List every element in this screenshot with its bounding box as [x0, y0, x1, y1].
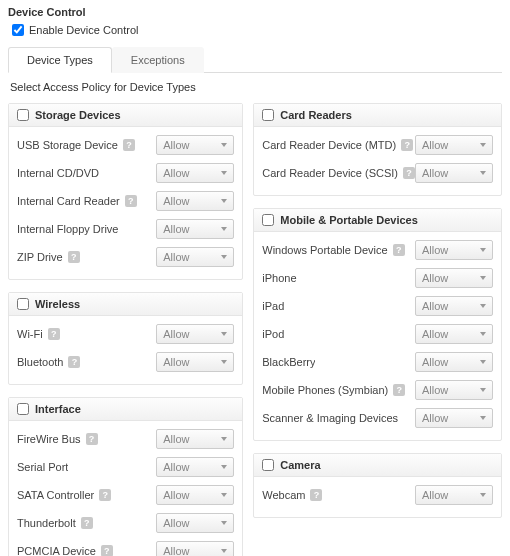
policy-dropdown-ipod[interactable]: Allow — [415, 324, 493, 344]
enable-device-control-row[interactable]: Enable Device Control — [8, 24, 502, 36]
device-label-text: Internal Card Reader — [17, 195, 120, 207]
device-label: ZIP Drive? — [17, 251, 80, 263]
policy-dropdown-firewire-bus[interactable]: Allow — [156, 429, 234, 449]
chevron-down-icon — [480, 360, 486, 364]
device-label-text: Wi-Fi — [17, 328, 43, 340]
dropdown-value: Allow — [422, 489, 448, 501]
policy-dropdown-pcmcia-device[interactable]: Allow — [156, 541, 234, 556]
group-checkbox-interface[interactable] — [17, 403, 29, 415]
policy-dropdown-windows-portable-device[interactable]: Allow — [415, 240, 493, 260]
help-icon[interactable]: ? — [123, 139, 135, 151]
chevron-down-icon — [221, 143, 227, 147]
help-icon[interactable]: ? — [99, 489, 111, 501]
policy-dropdown-scanner-imaging-devices[interactable]: Allow — [415, 408, 493, 428]
help-icon[interactable]: ? — [401, 139, 413, 151]
policy-dropdown-blackberry[interactable]: Allow — [415, 352, 493, 372]
tab-exceptions[interactable]: Exceptions — [112, 47, 204, 73]
tab-device-types[interactable]: Device Types — [8, 47, 112, 73]
group-checkbox-card-readers[interactable] — [262, 109, 274, 121]
tabs: Device Types Exceptions — [8, 46, 502, 73]
device-row-wi-fi: Wi-Fi?Allow — [17, 320, 234, 348]
device-label-text: iPhone — [262, 272, 296, 284]
group-camera: CameraWebcam?Allow — [253, 453, 502, 518]
device-label-text: Bluetooth — [17, 356, 63, 368]
dropdown-value: Allow — [422, 328, 448, 340]
help-icon[interactable]: ? — [81, 517, 93, 529]
policy-dropdown-bluetooth[interactable]: Allow — [156, 352, 234, 372]
chevron-down-icon — [221, 171, 227, 175]
group-title: Camera — [280, 459, 320, 471]
help-icon[interactable]: ? — [393, 384, 405, 396]
group-title: Wireless — [35, 298, 80, 310]
device-row-scanner-imaging-devices: Scanner & Imaging DevicesAllow — [262, 404, 493, 432]
policy-dropdown-thunderbolt[interactable]: Allow — [156, 513, 234, 533]
dropdown-value: Allow — [422, 167, 448, 179]
device-label: Card Reader Device (MTD)? — [262, 139, 413, 151]
group-checkbox-wireless[interactable] — [17, 298, 29, 310]
help-icon[interactable]: ? — [86, 433, 98, 445]
group-checkbox-storage-devices[interactable] — [17, 109, 29, 121]
policy-dropdown-internal-floppy-drive[interactable]: Allow — [156, 219, 234, 239]
device-label-text: ZIP Drive — [17, 251, 63, 263]
device-label: Thunderbolt? — [17, 517, 93, 529]
policy-dropdown-card-reader-device-mtd[interactable]: Allow — [415, 135, 493, 155]
device-label: Mobile Phones (Symbian)? — [262, 384, 405, 396]
device-label-text: USB Storage Device — [17, 139, 118, 151]
device-label: Scanner & Imaging Devices — [262, 412, 398, 424]
policy-dropdown-card-reader-device-scsi[interactable]: Allow — [415, 163, 493, 183]
policy-dropdown-webcam[interactable]: Allow — [415, 485, 493, 505]
chevron-down-icon — [480, 332, 486, 336]
dropdown-value: Allow — [163, 489, 189, 501]
device-row-pcmcia-device: PCMCIA Device?Allow — [17, 537, 234, 556]
policy-dropdown-internal-card-reader[interactable]: Allow — [156, 191, 234, 211]
group-wireless: WirelessWi-Fi?AllowBluetooth?Allow — [8, 292, 243, 385]
device-row-blackberry: BlackBerryAllow — [262, 348, 493, 376]
device-row-thunderbolt: Thunderbolt?Allow — [17, 509, 234, 537]
enable-device-control-checkbox[interactable] — [12, 24, 24, 36]
help-icon[interactable]: ? — [393, 244, 405, 256]
dropdown-value: Allow — [422, 412, 448, 424]
device-label: Internal Card Reader? — [17, 195, 137, 207]
help-icon[interactable]: ? — [125, 195, 137, 207]
help-icon[interactable]: ? — [68, 251, 80, 263]
policy-dropdown-wi-fi[interactable]: Allow — [156, 324, 234, 344]
policy-dropdown-zip-drive[interactable]: Allow — [156, 247, 234, 267]
device-row-internal-cd-dvd: Internal CD/DVDAllow — [17, 159, 234, 187]
group-title: Storage Devices — [35, 109, 121, 121]
chevron-down-icon — [221, 360, 227, 364]
device-label-text: Windows Portable Device — [262, 244, 387, 256]
help-icon[interactable]: ? — [101, 545, 113, 556]
dropdown-value: Allow — [163, 545, 189, 556]
policy-dropdown-serial-port[interactable]: Allow — [156, 457, 234, 477]
device-label: Internal Floppy Drive — [17, 223, 119, 235]
policy-dropdown-iphone[interactable]: Allow — [415, 268, 493, 288]
device-row-webcam: Webcam?Allow — [262, 481, 493, 509]
help-icon[interactable]: ? — [310, 489, 322, 501]
group-storage-devices: Storage DevicesUSB Storage Device?AllowI… — [8, 103, 243, 280]
group-checkbox-camera[interactable] — [262, 459, 274, 471]
group-head-interface: Interface — [9, 398, 242, 421]
device-label: Serial Port — [17, 461, 68, 473]
policy-dropdown-internal-cd-dvd[interactable]: Allow — [156, 163, 234, 183]
dropdown-value: Allow — [163, 433, 189, 445]
group-head-card-readers: Card Readers — [254, 104, 501, 127]
help-icon[interactable]: ? — [403, 167, 415, 179]
page-title: Device Control — [8, 6, 502, 18]
device-label-text: PCMCIA Device — [17, 545, 96, 556]
policy-dropdown-ipad[interactable]: Allow — [415, 296, 493, 316]
group-body: USB Storage Device?AllowInternal CD/DVDA… — [9, 127, 242, 279]
chevron-down-icon — [480, 248, 486, 252]
policy-dropdown-mobile-phones-symbian[interactable]: Allow — [415, 380, 493, 400]
device-label: iPod — [262, 328, 284, 340]
policy-dropdown-usb-storage-device[interactable]: Allow — [156, 135, 234, 155]
policy-dropdown-sata-controller[interactable]: Allow — [156, 485, 234, 505]
help-icon[interactable]: ? — [68, 356, 80, 368]
chevron-down-icon — [221, 199, 227, 203]
device-label-text: iPod — [262, 328, 284, 340]
group-checkbox-mobile-portable-devices[interactable] — [262, 214, 274, 226]
device-label: Card Reader Device (SCSI)? — [262, 167, 415, 179]
left-column: Storage DevicesUSB Storage Device?AllowI… — [8, 103, 243, 556]
help-icon[interactable]: ? — [48, 328, 60, 340]
device-label-text: Card Reader Device (SCSI) — [262, 167, 398, 179]
device-label: BlackBerry — [262, 356, 315, 368]
